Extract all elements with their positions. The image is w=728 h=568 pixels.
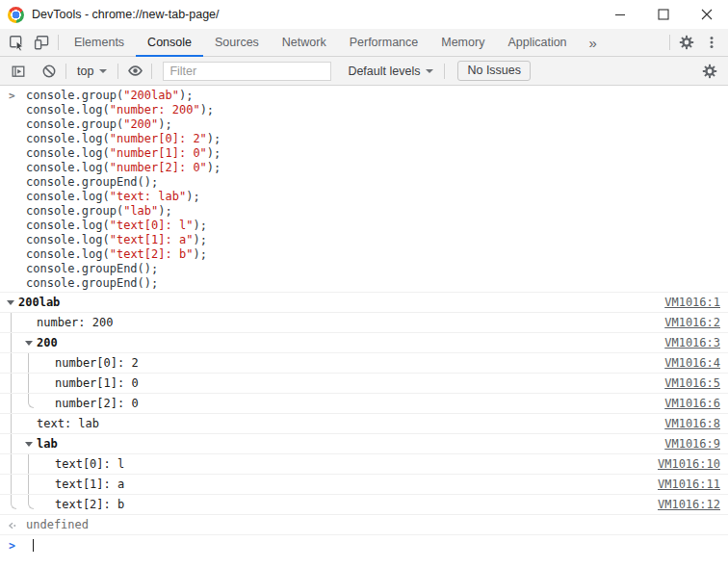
source-link[interactable]: VM1016:8 bbox=[653, 417, 720, 430]
live-expression-button[interactable] bbox=[122, 59, 147, 84]
source-link[interactable]: VM1016:2 bbox=[653, 316, 720, 329]
console-log-message: text[0]: lVM1016:10 bbox=[0, 454, 728, 475]
tab-console[interactable]: Console bbox=[136, 29, 203, 56]
command-line: console.groupEnd(); bbox=[26, 262, 720, 276]
tab-list: ElementsConsoleSourcesNetworkPerformance… bbox=[63, 29, 579, 56]
console-log-message: number[2]: 0VM1016:6 bbox=[0, 394, 728, 414]
group-guide-line bbox=[11, 414, 12, 433]
group-guide-line bbox=[11, 454, 12, 474]
message-text: text[2]: b bbox=[55, 498, 124, 511]
command-line: console.log("text: lab"); bbox=[26, 190, 720, 204]
group-guide-line bbox=[28, 353, 29, 373]
divider bbox=[444, 64, 445, 79]
command-line: console.log("number[0]: 2"); bbox=[26, 132, 720, 146]
chevron-down-icon bbox=[426, 69, 433, 73]
group-guide-line bbox=[11, 434, 12, 453]
javascript-context-selector[interactable]: top bbox=[70, 65, 114, 78]
clear-console-icon bbox=[41, 64, 57, 79]
group-guide-line bbox=[11, 394, 12, 413]
group-guide-line bbox=[11, 333, 12, 352]
message-text: number[2]: 0 bbox=[55, 397, 139, 410]
tab-label: Console bbox=[147, 36, 192, 49]
divider bbox=[65, 64, 66, 79]
message-text: text[1]: a bbox=[55, 478, 124, 491]
command-line: console.groupEnd(); bbox=[26, 175, 720, 190]
source-link[interactable]: VM1016:5 bbox=[653, 376, 720, 390]
maximize-button[interactable] bbox=[641, 0, 685, 29]
group-toggle-icon[interactable] bbox=[25, 442, 33, 447]
command-line: console.group("lab"); bbox=[26, 204, 720, 219]
return-value-icon bbox=[6, 519, 19, 532]
tab-sources[interactable]: Sources bbox=[203, 29, 271, 56]
group-guide-line bbox=[11, 313, 12, 332]
group-toggle-icon[interactable] bbox=[7, 300, 14, 305]
console-prompt[interactable]: > bbox=[0, 535, 728, 568]
source-link[interactable]: VM1016:9 bbox=[653, 437, 720, 451]
source-link[interactable]: VM1016:4 bbox=[653, 356, 720, 370]
more-tabs-button[interactable]: » bbox=[579, 35, 608, 51]
command-echo: > console.group("200lab");console.log("n… bbox=[0, 86, 728, 293]
log-levels-selector[interactable]: Default levels bbox=[341, 65, 440, 78]
console-group-header[interactable]: 200labVM1016:1 bbox=[0, 293, 728, 313]
source-link[interactable]: VM1016:12 bbox=[646, 498, 720, 511]
levels-label: Default levels bbox=[348, 65, 420, 78]
group-guide-line bbox=[28, 495, 34, 509]
text-cursor bbox=[33, 539, 34, 552]
command-line: console.log("number[1]: 0"); bbox=[26, 146, 720, 161]
tabbar-right-controls bbox=[665, 30, 728, 55]
tab-elements[interactable]: Elements bbox=[63, 29, 136, 56]
message-text: number[0]: 2 bbox=[55, 356, 139, 370]
console-toolbar: top Default levels No Issues bbox=[0, 57, 728, 86]
group-guide-line bbox=[28, 454, 29, 474]
message-text: lab bbox=[37, 437, 58, 451]
gear-icon bbox=[702, 64, 717, 79]
console-group-header[interactable]: 200VM1016:3 bbox=[0, 333, 728, 353]
console-settings-button[interactable] bbox=[697, 59, 722, 84]
inspect-cursor-icon bbox=[9, 35, 25, 51]
customize-devtools-button[interactable] bbox=[699, 30, 724, 55]
command-line: console.log("text[2]: b"); bbox=[26, 247, 720, 262]
no-issues-button[interactable]: No Issues bbox=[457, 61, 531, 81]
tab-label: Sources bbox=[215, 36, 259, 49]
console-log-message: text[1]: aVM1016:11 bbox=[0, 475, 728, 495]
console-group-header[interactable]: labVM1016:9 bbox=[0, 434, 728, 454]
divider bbox=[58, 35, 59, 50]
group-toggle-icon[interactable] bbox=[25, 341, 33, 346]
group-guide-line bbox=[11, 495, 16, 509]
source-link[interactable]: VM1016:1 bbox=[653, 296, 720, 309]
command-line: console.log("text[1]: a"); bbox=[26, 233, 720, 247]
vertical-dots-icon bbox=[704, 35, 719, 50]
command-line: console.group("200lab"); bbox=[26, 89, 720, 103]
tab-label: Elements bbox=[74, 36, 124, 49]
command-echo-code: console.group("200lab");console.log("num… bbox=[26, 89, 720, 291]
filter-input[interactable] bbox=[163, 62, 331, 81]
command-line: console.group("200"); bbox=[26, 117, 720, 132]
context-label: top bbox=[77, 65, 93, 78]
close-button[interactable] bbox=[685, 0, 728, 29]
console-sidebar-icon bbox=[11, 64, 26, 79]
clear-console-button[interactable] bbox=[37, 59, 62, 84]
source-link[interactable]: VM1016:6 bbox=[653, 397, 720, 410]
window-titlebar: DevTools - chrome://new-tab-page/ bbox=[0, 0, 728, 29]
message-text: text[0]: l bbox=[55, 457, 124, 471]
console-result-row: undefined bbox=[0, 515, 728, 535]
message-text: 200lab bbox=[18, 296, 60, 309]
eye-icon bbox=[127, 63, 143, 79]
source-link[interactable]: VM1016:11 bbox=[646, 478, 720, 491]
device-toolbar-button[interactable] bbox=[29, 30, 54, 55]
settings-button[interactable] bbox=[674, 30, 699, 55]
divider bbox=[117, 64, 118, 79]
chevron-down-icon bbox=[99, 69, 107, 73]
source-link[interactable]: VM1016:3 bbox=[653, 336, 720, 349]
tab-application[interactable]: Application bbox=[496, 29, 578, 56]
message-text: 200 bbox=[37, 336, 58, 349]
tab-memory[interactable]: Memory bbox=[429, 29, 496, 56]
message-text: number: 200 bbox=[37, 316, 113, 329]
minimize-button[interactable] bbox=[598, 0, 641, 29]
source-link[interactable]: VM1016:10 bbox=[646, 457, 720, 471]
tab-network[interactable]: Network bbox=[271, 29, 338, 56]
tab-performance[interactable]: Performance bbox=[338, 29, 430, 56]
console-sidebar-button[interactable] bbox=[6, 59, 31, 84]
result-value: undefined bbox=[26, 518, 89, 531]
inspect-element-button[interactable] bbox=[4, 30, 29, 55]
